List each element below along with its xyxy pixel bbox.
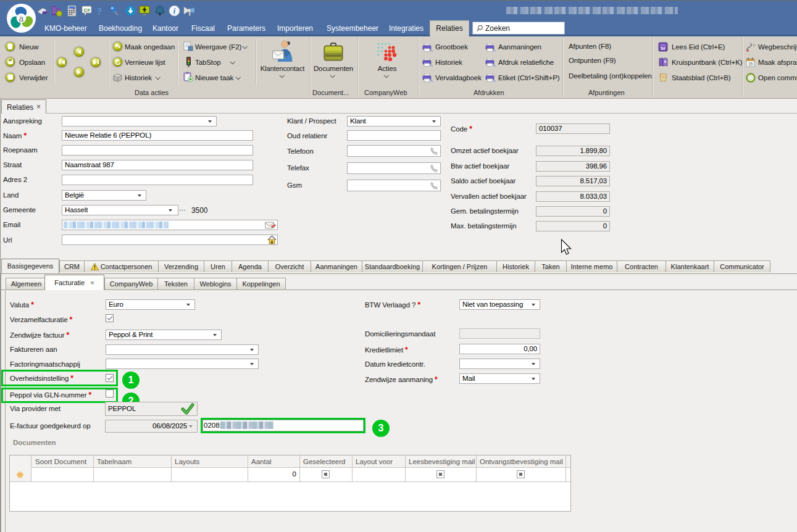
svg-text:?: ? bbox=[97, 6, 102, 17]
svg-text:15: 15 bbox=[748, 62, 753, 66]
svg-text:C#: C# bbox=[83, 7, 90, 13]
svg-text:be: be bbox=[661, 46, 666, 51]
